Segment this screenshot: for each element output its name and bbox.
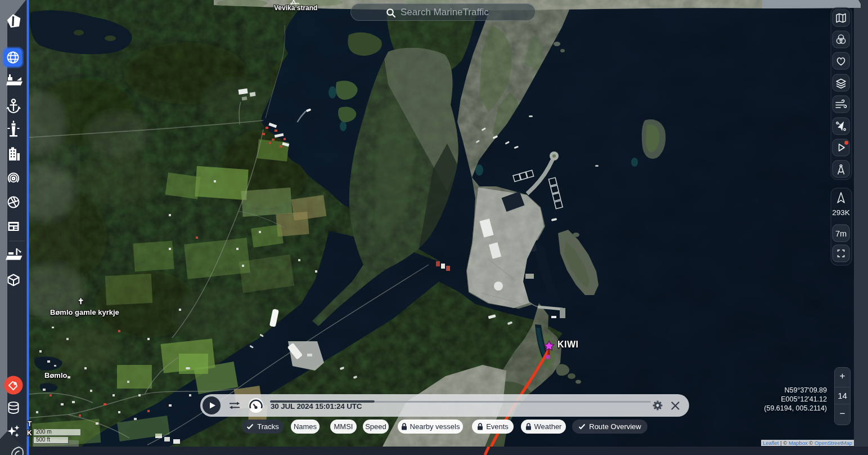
svg-text:293K: 293K <box>832 208 850 217</box>
svg-text:7m: 7m <box>835 229 847 238</box>
